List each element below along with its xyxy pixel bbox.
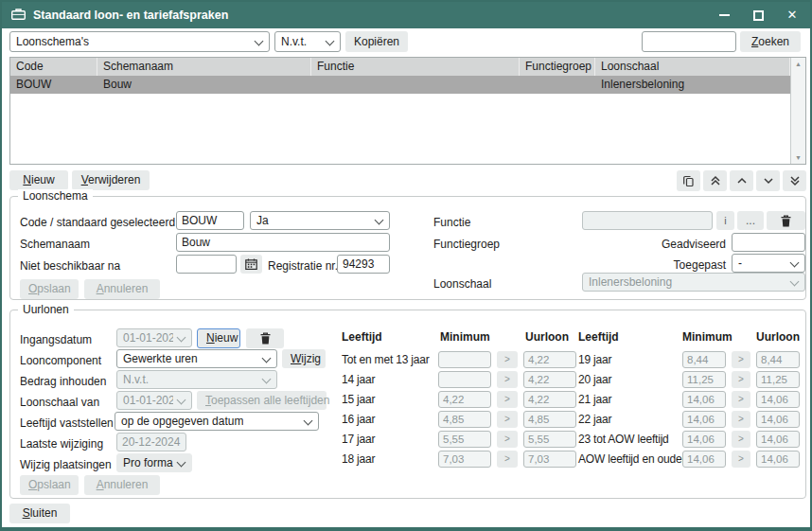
move-up-button[interactable] xyxy=(730,170,753,191)
chevron-down-icon xyxy=(262,376,271,384)
double-chevron-down-icon xyxy=(789,175,801,186)
loonschaal-van-label: Loonschaal van xyxy=(20,393,99,412)
wage-copy-button: > xyxy=(732,391,750,408)
loonschema-cancel-button: Annuleren xyxy=(84,279,160,299)
looncomponent-select[interactable]: Gewerkte uren xyxy=(116,349,277,368)
scroll-up-icon: ▲ xyxy=(795,61,802,67)
move-first-button[interactable] xyxy=(703,170,727,191)
wage-min-input xyxy=(682,411,726,428)
date-picker-button[interactable] xyxy=(240,255,262,274)
wijzig-plaatsingen-select[interactable]: Pro forma xyxy=(116,453,192,472)
duplicate-button[interactable] xyxy=(677,170,700,191)
delete-uurloon-button[interactable] xyxy=(246,328,284,348)
new-schema-button[interactable]: Nieuw xyxy=(9,170,68,190)
wage-age-label: 20 jaar xyxy=(578,371,611,388)
schemanaam-input[interactable] xyxy=(176,233,390,252)
column-header-schemanaam[interactable]: Schemanaam xyxy=(97,58,311,76)
geadviseerd-input[interactable] xyxy=(732,233,805,252)
functie-info-button[interactable]: i xyxy=(716,211,734,230)
wage-hour-input xyxy=(523,351,576,368)
maximize-button[interactable] xyxy=(751,9,765,22)
wage-copy-button: > xyxy=(497,391,518,408)
functie-browse-button[interactable]: ... xyxy=(737,211,764,230)
cell-code: BOUW xyxy=(10,76,97,94)
filter-select[interactable]: N.v.t. xyxy=(274,31,341,52)
apply-all-ages-button: Toepassen alle leeftijden xyxy=(197,391,327,410)
column-header-functiegroep[interactable]: Functiegroep xyxy=(520,58,595,76)
looncomponent-value: Gewerkte uren xyxy=(123,352,198,365)
copy-schema-button[interactable]: Kopiëren xyxy=(345,31,408,52)
list-header-row: Code Schemanaam Functie Functiegroep Loo… xyxy=(10,58,790,76)
wage-hour-input xyxy=(756,371,800,388)
wage-min-input xyxy=(682,451,726,468)
chevron-down-icon xyxy=(790,278,799,287)
wage-hour-input xyxy=(756,351,800,368)
wage-min-input xyxy=(438,431,491,448)
wage-age-label: AOW leeftijd en ouder xyxy=(578,451,685,468)
briefcase-icon xyxy=(11,9,26,23)
wage-age-label: 21 jaar xyxy=(578,391,611,408)
registratie-input[interactable] xyxy=(337,255,390,274)
wage-copy-button: > xyxy=(732,371,750,388)
functie-delete-button[interactable] xyxy=(767,211,805,230)
code-label: Code / standaard geselecteerd xyxy=(20,213,175,232)
wage-min-header-right: Minimum xyxy=(682,330,733,344)
search-input[interactable] xyxy=(642,31,736,52)
search-button[interactable]: Zoeken xyxy=(740,31,801,52)
column-header-loonschaal[interactable]: Loonschaal xyxy=(595,58,790,76)
table-row[interactable]: BOUW Bouw Inlenersbeloning xyxy=(10,76,790,94)
move-last-button[interactable] xyxy=(783,170,806,191)
wijzig-button[interactable]: Wijzig xyxy=(282,349,326,368)
close-button[interactable]: ✕ xyxy=(786,9,799,22)
list-scrollbar[interactable]: ▲ ▼ xyxy=(790,58,805,164)
wage-min-input xyxy=(682,351,726,368)
cell-functie xyxy=(311,76,520,94)
wage-min-input xyxy=(682,371,726,388)
chevron-down-icon xyxy=(177,334,185,343)
wage-hour-input xyxy=(523,371,576,388)
leeftijd-vaststellen-value: op de opgegeven datum xyxy=(121,415,243,428)
cell-loonschaal: Inlenersbeloning xyxy=(595,76,790,94)
column-header-functie[interactable]: Functie xyxy=(311,58,520,76)
wage-min-input xyxy=(438,411,491,428)
wage-copy-button: > xyxy=(497,411,518,428)
wage-hour-input xyxy=(756,391,800,408)
chevron-down-icon xyxy=(375,217,383,225)
standard-select[interactable]: Ja xyxy=(250,211,390,230)
copy-icon xyxy=(682,175,695,187)
chevron-down-icon xyxy=(262,355,271,363)
wage-hour-input xyxy=(756,451,800,468)
wage-age-label: 18 jaar xyxy=(342,451,375,468)
wage-min-input xyxy=(438,371,491,388)
column-header-code[interactable]: Code xyxy=(10,58,97,76)
loonschema-save-button: Opslaan xyxy=(20,279,79,299)
niet-beschikbaar-input[interactable] xyxy=(176,255,237,274)
loonschema-legend: Loonschema xyxy=(18,189,93,204)
filter-value: N.v.t. xyxy=(281,35,307,48)
delete-schema-button[interactable]: Verwijderen xyxy=(72,170,150,190)
loonschema-group: Loonschema Code / standaard geselecteerd… xyxy=(9,196,806,300)
chevron-down-icon xyxy=(177,397,185,405)
toegepast-select[interactable]: - xyxy=(732,254,805,273)
schema-type-select[interactable]: Loonschema's xyxy=(9,31,270,52)
wage-age-label: Tot en met 13 jaar xyxy=(342,351,429,368)
move-down-button[interactable] xyxy=(756,170,780,191)
uurlonen-group: Uurlonen Ingangsdatum 01-01-2025 Nieuw L… xyxy=(9,310,806,499)
close-window-button[interactable]: Sluiten xyxy=(9,504,70,523)
leeftijd-vaststellen-label: Leeftijd vaststellen xyxy=(20,414,114,433)
minimize-button[interactable] xyxy=(717,9,731,22)
titlebar: Standaard loon- en tariefafspraken ✕ xyxy=(2,2,810,28)
wage-hour-header-right: Uurloon xyxy=(756,330,800,344)
chevron-up-icon xyxy=(736,175,748,186)
wage-copy-button: > xyxy=(497,431,518,448)
leeftijd-vaststellen-select[interactable]: op de opgegeven datum xyxy=(115,412,319,431)
wage-age-label: 22 jaar xyxy=(578,411,611,428)
wage-min-input xyxy=(682,431,726,448)
code-input[interactable] xyxy=(176,211,244,230)
loonschaal-van-select: 01-01-2025 xyxy=(116,391,192,410)
wage-copy-button: > xyxy=(497,351,518,368)
uurlonen-cancel-button: Annuleren xyxy=(84,475,160,495)
toegepast-label: Toegepast xyxy=(597,256,726,274)
new-uurloon-button[interactable]: Nieuw xyxy=(197,328,240,348)
ingangsdatum-label: Ingangsdatum xyxy=(20,330,92,349)
